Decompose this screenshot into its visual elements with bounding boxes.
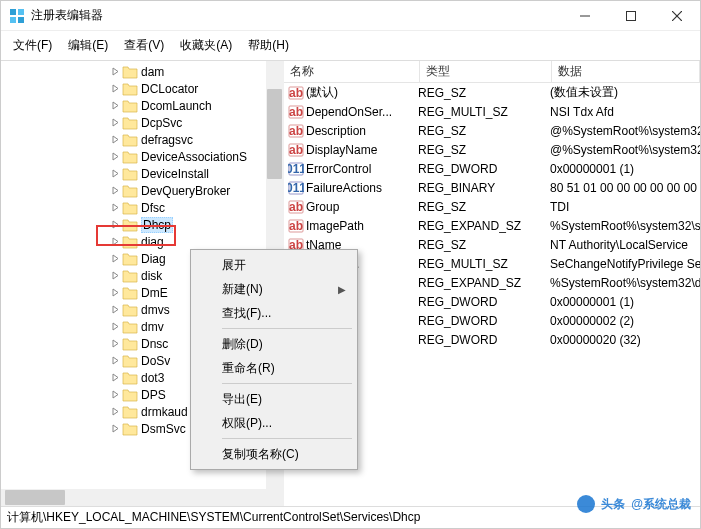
minimize-button[interactable]	[562, 1, 608, 31]
value-name: FailureActions	[306, 181, 382, 195]
ctx-label: 新建(N)	[222, 281, 263, 298]
col-name[interactable]: 名称	[284, 61, 420, 82]
expand-icon[interactable]	[109, 82, 122, 95]
tree-item-diag[interactable]: diag	[1, 233, 283, 250]
expand-icon[interactable]	[109, 269, 122, 282]
value-row[interactable]: ab(默认)REG_SZ(数值未设置)	[284, 83, 700, 102]
ctx-权限p[interactable]: 权限(P)...	[194, 411, 354, 435]
binary-icon: 011	[288, 161, 304, 177]
value-name: (默认)	[306, 84, 338, 101]
svg-text:ab: ab	[289, 219, 303, 233]
value-name: DependOnSer...	[306, 105, 392, 119]
expand-icon[interactable]	[109, 235, 122, 248]
expand-icon[interactable]	[109, 150, 122, 163]
ctx-重命名r[interactable]: 重命名(R)	[194, 356, 354, 380]
tree-label: DCLocator	[141, 82, 198, 96]
tree-label: DmE	[141, 286, 168, 300]
menu-item[interactable]: 帮助(H)	[240, 33, 297, 58]
expand-icon[interactable]	[109, 65, 122, 78]
folder-icon	[122, 405, 138, 419]
tree-item-defragsvc[interactable]: defragsvc	[1, 131, 283, 148]
menu-item[interactable]: 文件(F)	[5, 33, 60, 58]
tree-item-dclocator[interactable]: DCLocator	[1, 80, 283, 97]
tree-label: drmkaud	[141, 405, 188, 419]
value-data: SeChangeNotifyPrivilege SeCre	[546, 257, 700, 271]
ctx-label: 展开	[222, 257, 246, 274]
ctx-查找f[interactable]: 查找(F)...	[194, 301, 354, 325]
tree-item-dhcp[interactable]: Dhcp	[1, 216, 283, 233]
ctx-新建n[interactable]: 新建(N)▶	[194, 277, 354, 301]
svg-text:ab: ab	[289, 105, 303, 119]
tree-hscroll[interactable]	[1, 489, 283, 506]
tree-item-dcpsvc[interactable]: DcpSvc	[1, 114, 283, 131]
value-row[interactable]: abImagePathREG_EXPAND_SZ%SystemRoot%\sys…	[284, 216, 700, 235]
value-type: REG_SZ	[414, 124, 546, 138]
expand-icon[interactable]	[109, 422, 122, 435]
expand-icon[interactable]	[109, 184, 122, 197]
ctx-导出e[interactable]: 导出(E)	[194, 387, 354, 411]
maximize-button[interactable]	[608, 1, 654, 31]
tree-label: disk	[141, 269, 162, 283]
tree-item-deviceinstall[interactable]: DeviceInstall	[1, 165, 283, 182]
menu-item[interactable]: 收藏夹(A)	[172, 33, 240, 58]
value-row[interactable]: 011FailureActionsREG_BINARY80 51 01 00 0…	[284, 178, 700, 197]
expand-icon[interactable]	[109, 218, 122, 231]
expand-icon[interactable]	[109, 252, 122, 265]
expand-icon[interactable]	[109, 405, 122, 418]
value-data: 0x00000002 (2)	[546, 314, 700, 328]
string-icon: ab	[288, 218, 304, 234]
menu-item[interactable]: 查看(V)	[116, 33, 172, 58]
ctx-label: 查找(F)...	[222, 305, 271, 322]
expand-icon[interactable]	[109, 337, 122, 350]
value-row[interactable]: abDisplayNameREG_SZ@%SystemRoot%\system3…	[284, 140, 700, 159]
expand-icon[interactable]	[109, 371, 122, 384]
value-row[interactable]: abGroupREG_SZTDI	[284, 197, 700, 216]
vscroll-thumb[interactable]	[267, 89, 282, 179]
tree-label: DsmSvc	[141, 422, 186, 436]
expand-icon[interactable]	[109, 320, 122, 333]
svg-rect-3	[18, 17, 24, 23]
tree-item-dcomlaunch[interactable]: DcomLaunch	[1, 97, 283, 114]
tree-item-dam[interactable]: dam	[1, 63, 283, 80]
svg-rect-1	[18, 9, 24, 15]
menu-item[interactable]: 编辑(E)	[60, 33, 116, 58]
expand-icon[interactable]	[109, 133, 122, 146]
col-type[interactable]: 类型	[420, 61, 552, 82]
expand-icon[interactable]	[109, 388, 122, 401]
menu-separator	[222, 328, 352, 329]
statusbar-path: 计算机\HKEY_LOCAL_MACHINE\SYSTEM\CurrentCon…	[7, 509, 420, 526]
value-row[interactable]: abDescriptionREG_SZ@%SystemRoot%\system3…	[284, 121, 700, 140]
folder-icon	[122, 99, 138, 113]
tree-item-devquerybroker[interactable]: DevQueryBroker	[1, 182, 283, 199]
value-data: NT Authority\LocalService	[546, 238, 700, 252]
svg-text:011: 011	[288, 181, 304, 195]
ctx-label: 重命名(R)	[222, 360, 275, 377]
context-menu[interactable]: 展开新建(N)▶查找(F)...删除(D)重命名(R)导出(E)权限(P)...…	[190, 249, 358, 470]
expand-icon[interactable]	[109, 99, 122, 112]
tree-item-deviceassociations[interactable]: DeviceAssociationS	[1, 148, 283, 165]
ctx-删除d[interactable]: 删除(D)	[194, 332, 354, 356]
ctx-复制项名称c[interactable]: 复制项名称(C)	[194, 442, 354, 466]
value-row[interactable]: 011ErrorControlREG_DWORD0x00000001 (1)	[284, 159, 700, 178]
expand-icon[interactable]	[109, 116, 122, 129]
expand-icon[interactable]	[109, 167, 122, 180]
hscroll-thumb[interactable]	[5, 490, 65, 505]
expand-icon[interactable]	[109, 286, 122, 299]
expand-icon[interactable]	[109, 354, 122, 367]
folder-icon	[122, 337, 138, 351]
folder-icon	[122, 303, 138, 317]
value-row[interactable]: abDependOnSer...REG_MULTI_SZNSI Tdx Afd	[284, 102, 700, 121]
expand-icon[interactable]	[109, 303, 122, 316]
tree-label: dmvs	[141, 303, 170, 317]
close-button[interactable]	[654, 1, 700, 31]
tree-item-dfsc[interactable]: Dfsc	[1, 199, 283, 216]
value-data: TDI	[546, 200, 700, 214]
value-data: @%SystemRoot%\system32\dh	[546, 143, 700, 157]
folder-icon	[122, 167, 138, 181]
tree-label: Dnsc	[141, 337, 168, 351]
col-data[interactable]: 数据	[552, 61, 700, 82]
string-icon: ab	[288, 85, 304, 101]
ctx-展开[interactable]: 展开	[194, 253, 354, 277]
tree-label: dmv	[141, 320, 164, 334]
expand-icon[interactable]	[109, 201, 122, 214]
